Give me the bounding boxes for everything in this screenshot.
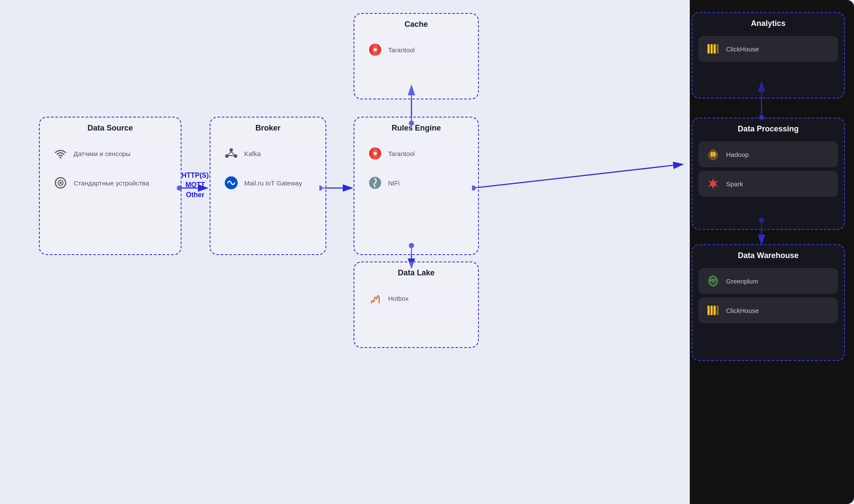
item-card: Kafka: [217, 140, 319, 166]
cache-box: Cache Tarantool: [354, 13, 479, 99]
svg-line-24: [228, 152, 231, 155]
item-label: ClickHouse: [726, 307, 759, 314]
svg-point-43: [711, 279, 715, 283]
rules-engine-title: Rules Engine: [354, 118, 478, 137]
item-card: NiFi: [360, 170, 472, 196]
broker-title: Broker: [210, 118, 325, 137]
item-card: Tarantool: [360, 37, 472, 63]
item-card: Mail.ru IoT Gateway: [217, 170, 319, 196]
wifi-icon: [53, 146, 68, 161]
item-label: Kafka: [244, 150, 261, 157]
item-card: Spark: [698, 171, 838, 197]
item-card: Tarantool: [360, 140, 472, 166]
svg-point-23: [234, 154, 237, 158]
rules-engine-box: Rules Engine Tarantool NiFi: [354, 117, 479, 255]
svg-point-33: [374, 178, 376, 180]
greenplum-icon: [705, 273, 721, 289]
item-label: Hadoop: [726, 151, 749, 158]
svg-point-17: [60, 157, 61, 159]
svg-point-36: [373, 48, 377, 51]
data-lake-box: Data Lake Hotbox: [354, 262, 479, 348]
clickhouse-icon: [705, 41, 721, 57]
item-card: ClickHouse: [698, 36, 838, 62]
data-lake-title: Data Lake: [354, 262, 478, 282]
spark-icon: [705, 176, 721, 191]
item-label: Tarantool: [388, 150, 415, 157]
nifi-icon: [367, 175, 383, 191]
item-label: Стандартные устройства: [73, 179, 149, 187]
mailru-icon: [223, 175, 239, 191]
item-card: Hotbox: [360, 285, 472, 311]
analytics-title: Analytics: [692, 13, 844, 32]
svg-rect-46: [714, 306, 716, 315]
item-label: Hotbox: [388, 295, 409, 302]
item-label: NiFi: [388, 179, 400, 187]
data-source-title: Data Source: [40, 118, 181, 137]
item-label: Tarantool: [388, 46, 415, 54]
svg-rect-37: [707, 44, 710, 54]
hadoop-icon: [705, 147, 721, 162]
broker-box: Broker Kafka: [210, 117, 326, 255]
canvas: HTTP(S)MQTTOther Data Source Датчики и с…: [0, 0, 854, 504]
item-card: Greenplum: [698, 268, 838, 294]
item-label: Spark: [726, 180, 743, 188]
hotbox-icon: [367, 290, 383, 306]
svg-point-41: [712, 153, 714, 156]
svg-rect-45: [711, 306, 713, 315]
item-label: ClickHouse: [726, 45, 759, 53]
svg-rect-38: [711, 44, 713, 54]
item-card: ClickHouse: [698, 297, 838, 323]
svg-point-22: [225, 154, 229, 158]
data-source-box: Data Source Датчики и сенсоры: [39, 117, 182, 255]
data-processing-box: Data Processing Hadoop Spark: [691, 118, 845, 230]
device-icon: [53, 175, 68, 191]
item-label: Датчики и сенсоры: [73, 150, 131, 157]
cache-title: Cache: [354, 14, 478, 33]
svg-rect-47: [717, 306, 719, 315]
analytics-box: Analytics ClickHouse: [691, 12, 845, 99]
svg-rect-40: [717, 44, 719, 54]
item-label: Mail.ru IoT Gateway: [244, 179, 302, 187]
item-card: Стандартные устройства: [46, 170, 175, 196]
item-card: Датчики и сенсоры: [46, 140, 175, 166]
svg-line-11: [473, 164, 683, 188]
item-card: Hadoop: [698, 141, 838, 167]
svg-rect-44: [707, 306, 710, 315]
data-processing-title: Data Processing: [692, 118, 844, 138]
kafka-icon: [223, 146, 239, 161]
clickhouse-icon: [705, 303, 721, 318]
tarantool-icon: [367, 146, 383, 161]
svg-point-20: [60, 182, 62, 184]
data-warehouse-box: Data Warehouse Greenplum: [691, 244, 845, 361]
protocol-label: HTTP(S)MQTTOther: [182, 171, 209, 200]
svg-line-25: [231, 152, 234, 155]
svg-point-31: [373, 152, 377, 155]
svg-rect-39: [714, 44, 716, 54]
item-label: Greenplum: [726, 278, 758, 285]
data-warehouse-title: Data Warehouse: [692, 245, 844, 265]
tarantool-icon: [367, 42, 383, 57]
svg-point-21: [229, 148, 233, 152]
